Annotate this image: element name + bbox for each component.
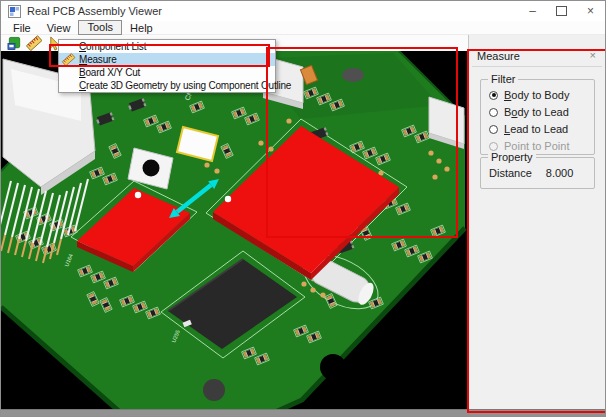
app-window: Real PCB Assembly Viewer – × File View T… (0, 0, 606, 417)
pcb-3d-viewport[interactable]: CN2 U164 U255 (1, 51, 468, 411)
board-hole-top (342, 68, 364, 82)
radio-body-to-lead[interactable]: Body to Lead (481, 104, 594, 120)
measure-anchor-dot (225, 196, 231, 202)
radio-label: Body to Lead (504, 106, 569, 118)
radio-icon (489, 125, 498, 134)
maximize-button[interactable] (547, 1, 576, 21)
title-bar: Real PCB Assembly Viewer – × (1, 1, 605, 22)
filter-group-label: Filter (488, 73, 518, 85)
board-hole-bottom (203, 379, 225, 401)
radio-label: Lead to Lead (504, 123, 568, 135)
radio-body-to-body[interactable]: Body to Body (481, 87, 594, 103)
filter-group: Filter Body to Body Body to Lead Lead to… (480, 79, 595, 155)
minimize-button[interactable]: – (518, 1, 547, 21)
menu-bar: File View Tools Help (1, 21, 605, 35)
radio-icon (489, 91, 498, 100)
menu-item-measure[interactable]: Measure (59, 53, 275, 66)
menu-file[interactable]: File (5, 21, 39, 35)
board-notch (320, 354, 346, 380)
measure-anchor-dot (135, 192, 141, 198)
radio-icon (489, 142, 498, 151)
measure-icon (61, 53, 76, 66)
window-bottom-edge (1, 409, 605, 416)
distance-label: Distance (489, 167, 532, 179)
measure-panel-title: Measure (477, 50, 520, 62)
radio-lead-to-lead[interactable]: Lead to Lead (481, 121, 594, 137)
property-group-label: Property (488, 151, 536, 163)
panel-separator (472, 66, 602, 67)
menu-help[interactable]: Help (122, 21, 161, 35)
menu-view[interactable]: View (39, 21, 79, 35)
radio-label: Body to Body (504, 89, 569, 101)
tools-menu-popup: Component List Measure Board X/Y Cut Cre… (58, 39, 276, 93)
pcb-scene: CN2 U164 U255 (1, 51, 468, 411)
radio-icon (489, 108, 498, 117)
menu-item-component-list[interactable]: Component List (59, 40, 275, 53)
window-controls: – × (518, 1, 605, 21)
app-icon (8, 5, 21, 18)
window-title: Real PCB Assembly Viewer (27, 5, 162, 17)
maximize-icon (556, 6, 567, 16)
measure-icon (26, 35, 42, 51)
menu-item-board-xy-cut[interactable]: Board X/Y Cut (59, 66, 275, 79)
measure-panel: Measure × Filter Body to Body Body to Le… (468, 35, 605, 411)
measure-tool-button[interactable] (26, 35, 42, 51)
import-model-button[interactable] (6, 35, 22, 51)
panel-close-icon[interactable]: × (590, 49, 596, 61)
close-button[interactable]: × (576, 1, 605, 21)
menu-item-create-3d-geometry[interactable]: Create 3D Geometry by using Component Ou… (59, 79, 275, 92)
import-model-icon (7, 36, 22, 51)
property-group: Property Distance 8.000 (480, 157, 595, 189)
menu-tools[interactable]: Tools (78, 20, 122, 35)
distance-value: 8.000 (546, 167, 574, 179)
